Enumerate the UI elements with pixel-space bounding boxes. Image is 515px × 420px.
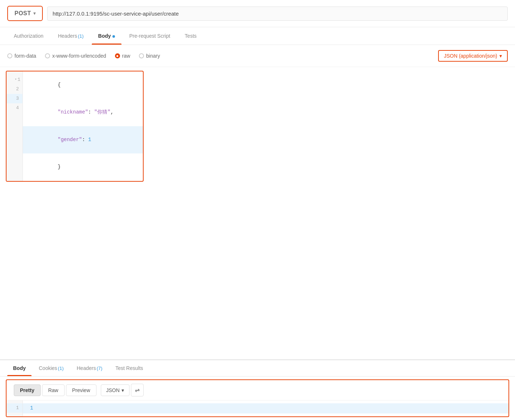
response-line-num-1: 1 bbox=[16, 405, 19, 411]
option-binary[interactable]: binary bbox=[139, 53, 160, 59]
request-tabs: Authorization Headers(1) Body Pre-reques… bbox=[0, 27, 515, 45]
code-key-nickname: "nickname" bbox=[58, 109, 88, 115]
tab-tests[interactable]: Tests bbox=[178, 27, 203, 45]
tab-headers[interactable]: Headers(1) bbox=[52, 27, 90, 45]
response-view-options: Pretty Raw Preview JSON ▾ ⇌ bbox=[7, 380, 508, 400]
view-preview-button[interactable]: Preview bbox=[66, 384, 96, 396]
body-options: form-data x-www-form-urlencoded raw bina… bbox=[0, 45, 515, 67]
response-format-button[interactable]: JSON ▾ bbox=[101, 384, 129, 396]
radio-binary[interactable] bbox=[139, 53, 144, 58]
wrap-icon: ⇌ bbox=[135, 387, 140, 393]
code-val-gender: 1 bbox=[88, 137, 91, 143]
code-val-nickname: "你猜" bbox=[94, 109, 111, 115]
line-num-2: 2 bbox=[16, 86, 19, 92]
radio-raw[interactable] bbox=[115, 53, 120, 58]
option-urlencoded[interactable]: x-www-form-urlencoded bbox=[45, 53, 106, 59]
json-type-button[interactable]: JSON (application/json) ▾ bbox=[438, 50, 508, 62]
view-raw-button[interactable]: Raw bbox=[42, 384, 65, 396]
option-raw[interactable]: raw bbox=[115, 53, 131, 59]
code-key-gender: "gender" bbox=[58, 137, 82, 143]
editor-empty-space bbox=[0, 185, 515, 360]
tab-pre-request-script[interactable]: Pre-request Script bbox=[123, 27, 177, 45]
option-form-data[interactable]: form-data bbox=[7, 53, 36, 59]
method-chevron: ▾ bbox=[33, 11, 36, 16]
line-num-4: 4 bbox=[16, 105, 19, 111]
response-tab-headers[interactable]: Headers(7) bbox=[71, 360, 108, 376]
tab-body[interactable]: Body bbox=[92, 27, 121, 45]
method-button[interactable]: POST ▾ bbox=[7, 6, 43, 21]
url-bar: POST ▾ bbox=[0, 0, 515, 27]
response-content: 1 1 bbox=[7, 400, 508, 416]
code-brace-close: } bbox=[58, 164, 61, 170]
url-input[interactable] bbox=[47, 7, 508, 21]
line-num-1: 1 bbox=[17, 76, 20, 84]
view-pretty-button[interactable]: Pretty bbox=[14, 384, 41, 396]
response-tab-body[interactable]: Body bbox=[7, 360, 32, 376]
response-tabs: Body Cookies(1) Headers(7) Test Results bbox=[0, 360, 515, 376]
tab-authorization[interactable]: Authorization bbox=[7, 27, 50, 45]
response-tab-cookies[interactable]: Cookies(1) bbox=[33, 360, 69, 376]
response-section: Body Cookies(1) Headers(7) Test Results … bbox=[0, 359, 515, 420]
line-num-3: 3 bbox=[16, 96, 19, 101]
radio-urlencoded[interactable] bbox=[45, 53, 50, 58]
radio-form-data[interactable] bbox=[7, 53, 12, 58]
response-value-1: 1 bbox=[30, 405, 33, 411]
code-brace-open: { bbox=[58, 82, 61, 88]
response-tab-test-results[interactable]: Test Results bbox=[110, 360, 149, 376]
fold-arrow-1: ▾ bbox=[15, 77, 17, 82]
method-label: POST bbox=[15, 10, 31, 17]
body-dot bbox=[112, 35, 115, 38]
wrap-button[interactable]: ⇌ bbox=[131, 384, 144, 396]
